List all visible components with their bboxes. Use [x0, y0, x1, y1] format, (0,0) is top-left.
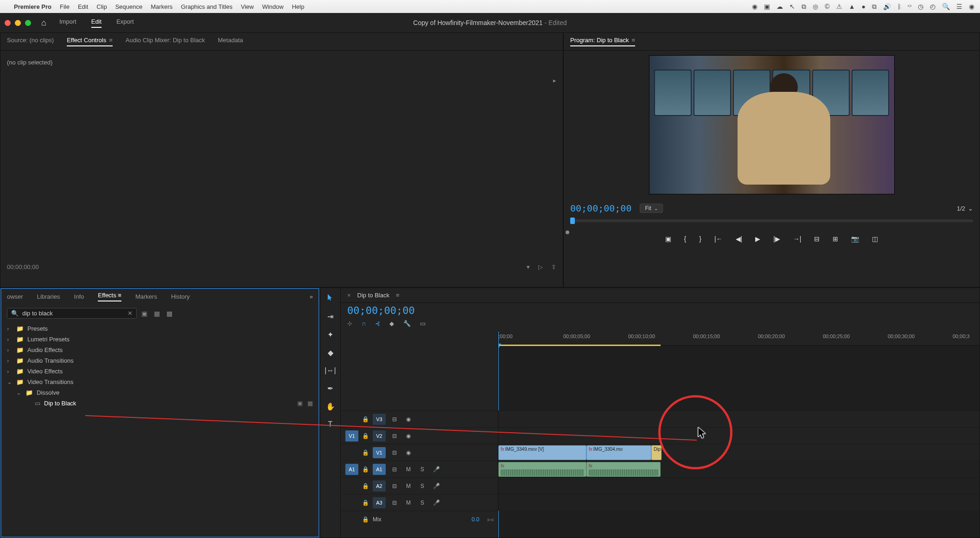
tab-libraries[interactable]: Libraries	[37, 293, 60, 300]
extract-icon[interactable]: ⊞	[833, 235, 838, 243]
battery-icon[interactable]: ◷	[918, 3, 923, 11]
play-only-icon[interactable]: ▷	[538, 263, 543, 270]
menu-sequence[interactable]: Sequence	[115, 3, 143, 10]
type-tool-icon[interactable]: T	[328, 420, 333, 429]
track-target-a1[interactable]: A1	[373, 464, 386, 475]
sync-lock-icon[interactable]: ⊟	[389, 500, 400, 506]
sequence-name[interactable]: Dip to Black	[357, 292, 389, 299]
tab-media-browser[interactable]: owser	[7, 293, 23, 300]
effects-search-box[interactable]: 🔍 ✕	[7, 308, 137, 319]
control-center-icon[interactable]: ☰	[956, 3, 962, 11]
lift-icon[interactable]: ⊟	[814, 235, 820, 243]
go-to-out-icon[interactable]: →|	[793, 235, 802, 243]
track-header-a1[interactable]: A1 🔒 A1 ⊟ M S 🎤	[341, 461, 498, 477]
folder-item[interactable]: ›📁Lumetri Presets	[0, 334, 319, 345]
timeline-tracks-area[interactable]: ;00;0000;00;05;0000;00;10;0000;00;15;000…	[498, 332, 980, 538]
menu-clip[interactable]: Clip	[96, 3, 107, 10]
menu-graphics[interactable]: Graphics and Titles	[181, 3, 232, 10]
wrench-icon[interactable]: 🔧	[403, 320, 411, 327]
chevron-down-icon[interactable]: ⌄	[968, 205, 973, 212]
wifi-icon[interactable]: ⌔	[908, 3, 911, 11]
resolution-select[interactable]: 1/2	[957, 205, 965, 212]
tab-audio-clip-mixer[interactable]: Audio Clip Mixer: Dip to Black	[126, 37, 205, 46]
siri-icon[interactable]: ◉	[969, 3, 974, 11]
hand-tool-icon[interactable]: ✋	[326, 402, 335, 411]
lock-icon[interactable]: 🔒	[362, 449, 369, 456]
comparison-view-icon[interactable]: ◫	[872, 235, 878, 243]
windows-icon[interactable]: ⧉	[872, 3, 877, 11]
track-header-v1[interactable]: 🔒 V1 ⊟ ◉	[341, 444, 498, 461]
eye-icon[interactable]: ◉	[403, 433, 414, 439]
source-patch-a1[interactable]: A1	[345, 464, 358, 475]
program-scrubber[interactable]	[564, 218, 980, 231]
mute-icon[interactable]: M	[403, 500, 414, 506]
expand-track-icon[interactable]: ▹◃	[488, 516, 493, 523]
add-marker-icon[interactable]: ▣	[665, 235, 671, 243]
cloud-icon[interactable]: ☁	[776, 3, 783, 11]
tab-markers[interactable]: Markers	[135, 293, 157, 300]
insert-overwrite-icon[interactable]: ⊹	[347, 320, 352, 327]
program-timecode[interactable]: 00;00;00;00	[570, 203, 631, 214]
folder-item[interactable]: ⌄📁Video Transitions	[0, 377, 319, 387]
display-icon[interactable]: ▣	[764, 3, 770, 11]
avatar-icon[interactable]: ●	[862, 3, 865, 11]
accelerated-badge-icon[interactable]: ▣	[141, 310, 147, 317]
step-back-icon[interactable]: ◀|	[736, 235, 743, 243]
source-patch-v1[interactable]: V1	[345, 430, 358, 442]
tab-history[interactable]: History	[171, 293, 190, 300]
export-frame-icon[interactable]: 📷	[851, 235, 859, 243]
close-sequence-icon[interactable]: ×	[347, 292, 351, 299]
disclosure-arrow-icon[interactable]: ›	[7, 336, 13, 343]
voice-over-icon[interactable]: 🎤	[431, 500, 441, 506]
program-monitor[interactable]	[649, 55, 895, 194]
menu-view[interactable]: View	[241, 3, 254, 10]
tab-effect-controls[interactable]: Effect Controls≡	[67, 37, 113, 46]
lock-icon[interactable]: 🔒	[362, 500, 369, 506]
track-lane-v2[interactable]	[498, 427, 980, 444]
chevron-right-icon[interactable]: ▸	[553, 77, 556, 84]
transition-dip-to-black[interactable]: Dip	[651, 445, 662, 460]
lock-icon[interactable]: 🔒	[362, 433, 369, 439]
step-forward-icon[interactable]: |▶	[773, 235, 780, 243]
mute-icon[interactable]: M	[403, 466, 414, 473]
track-target-v1[interactable]: V1	[373, 447, 386, 458]
menu-markers[interactable]: Markers	[151, 3, 172, 10]
menu-window[interactable]: Window	[262, 3, 283, 10]
app-name[interactable]: Premiere Pro	[14, 3, 51, 10]
eye-icon[interactable]: ◉	[403, 416, 414, 423]
track-lane-a3[interactable]	[498, 494, 980, 511]
sync-lock-icon[interactable]: ⊟	[389, 416, 400, 423]
disclosure-arrow-icon[interactable]: ›	[7, 325, 13, 332]
menu-help[interactable]: Help	[292, 3, 305, 10]
menu-file[interactable]: File	[60, 3, 70, 10]
voice-over-icon[interactable]: 🎤	[431, 483, 441, 489]
track-target-v2[interactable]: V2	[373, 430, 386, 442]
tab-source[interactable]: Source: (no clips)	[7, 37, 54, 46]
panel-menu-icon[interactable]: ≡	[116, 292, 121, 299]
solo-icon[interactable]: S	[417, 466, 427, 473]
mark-in-icon[interactable]: {	[684, 235, 687, 243]
track-target-a3[interactable]: A3	[373, 497, 386, 508]
disclosure-arrow-icon[interactable]: ›	[7, 368, 13, 375]
folder-item[interactable]: ⌄📁Dissolve	[0, 387, 319, 398]
eye-icon[interactable]: ◉	[403, 449, 414, 456]
clear-search-icon[interactable]: ✕	[127, 310, 133, 317]
spotlight-icon[interactable]: 🔍	[942, 3, 950, 11]
time-ruler[interactable]: ;00;0000;00;05;0000;00;10;0000;00;15;000…	[498, 332, 980, 346]
mute-icon[interactable]: M	[403, 483, 414, 489]
razor-tool-icon[interactable]: ◆	[328, 348, 333, 357]
sync-lock-icon[interactable]: ⊟	[389, 483, 400, 489]
caption-icon[interactable]: ▭	[420, 320, 426, 327]
app-icon[interactable]: ▲	[849, 3, 855, 11]
lock-icon[interactable]: 🔒	[362, 483, 369, 489]
cc-icon[interactable]: ©	[825, 3, 829, 11]
zoom-fit-select[interactable]: Fit⌄	[640, 204, 662, 213]
disclosure-arrow-icon[interactable]: ⌄	[16, 389, 22, 396]
track-select-tool-icon[interactable]: ⇥	[327, 312, 333, 321]
audio-clip-1[interactable]: fx	[498, 462, 586, 477]
snap-icon[interactable]: ∩	[362, 320, 366, 327]
tab-program[interactable]: Program: Dip to Black≡	[570, 37, 635, 46]
expand-panel-icon[interactable]: »	[310, 293, 313, 300]
linked-selection-icon[interactable]: ⊰	[375, 320, 380, 327]
yuv-badge-icon[interactable]: ▩	[166, 310, 172, 317]
